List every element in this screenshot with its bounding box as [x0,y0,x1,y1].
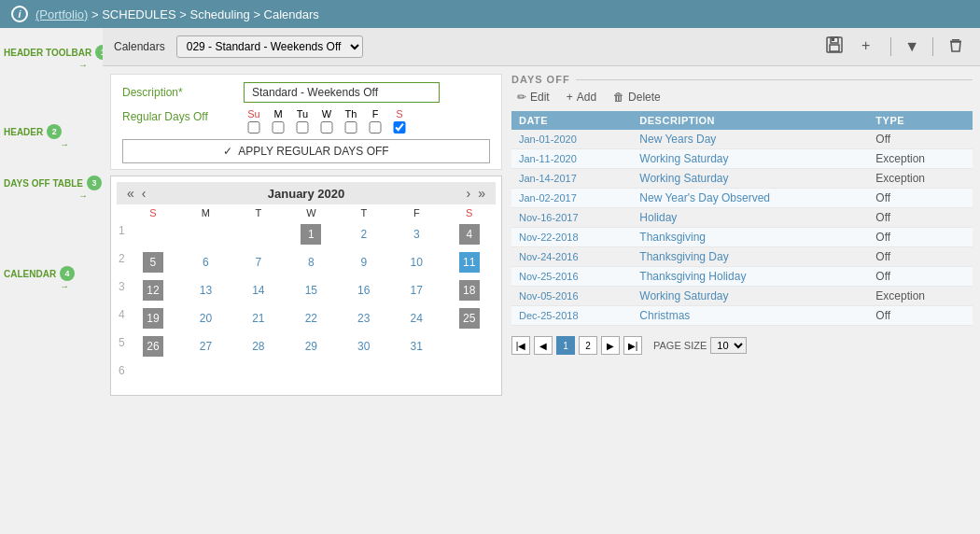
cal-date-20[interactable]: 20 [195,308,216,329]
cb-f[interactable] [365,121,385,134]
cal-date-31[interactable]: 31 [406,336,427,357]
cb-su[interactable] [244,121,264,134]
cal-cell[interactable]: 3 [390,221,442,249]
cal-date-5[interactable]: 5 [143,252,163,273]
cal-cell[interactable]: 11 [443,249,497,277]
table-row[interactable]: Nov-25-2016Thanksgiving HolidayOff [511,267,973,287]
next-page-btn[interactable]: ▶ [601,336,620,355]
cal-date-17[interactable]: 17 [406,280,427,301]
calendar-select[interactable]: 029 - Standard - Weekends Off [176,35,363,58]
next-month-btn[interactable]: › [464,186,474,201]
cal-cell[interactable]: 19 [127,305,179,333]
cb-w[interactable] [316,121,337,134]
add-doff-btn[interactable]: + Add [561,89,602,105]
cal-cell[interactable]: 9 [338,249,390,277]
cal-cell[interactable]: 8 [285,249,337,277]
cal-date-27[interactable]: 27 [195,336,216,357]
table-row[interactable]: Nov-22-2018ThanksgivingOff [511,228,973,247]
cal-date-12[interactable]: 12 [143,280,163,301]
cb-s[interactable] [389,121,410,134]
page-1-btn[interactable]: 1 [556,336,575,355]
cal-cell[interactable]: 15 [285,277,337,305]
cal-date-6[interactable]: 6 [195,252,216,273]
cal-cell[interactable]: 30 [338,333,390,361]
cal-cell[interactable]: 1 [285,221,337,249]
cal-date-30[interactable]: 30 [354,336,374,357]
cal-cell[interactable]: 26 [127,333,179,361]
page-size-select[interactable]: 10 20 50 [710,337,747,354]
delete-doff-btn[interactable]: 🗑 Delete [608,89,666,105]
cal-cell[interactable]: 31 [390,333,442,361]
cb-th[interactable] [341,121,361,134]
table-row[interactable]: Nov-24-2016Thanksgiving DayOff [511,247,973,267]
cal-date-26[interactable]: 26 [143,336,163,357]
last-month-btn[interactable]: » [475,186,488,201]
cal-cell[interactable]: 7 [232,249,285,277]
cal-date-25[interactable]: 25 [459,308,480,329]
cal-date-29[interactable]: 29 [301,336,321,357]
cal-cell[interactable]: 21 [232,305,285,333]
cb-m[interactable] [268,121,288,134]
prev-page-btn[interactable]: ◀ [534,336,553,355]
cal-date-7[interactable]: 7 [248,252,269,273]
delete-button[interactable] [943,34,969,60]
cal-date-13[interactable]: 13 [195,280,216,301]
cal-date-11[interactable]: 11 [459,252,480,273]
prev-month-btn[interactable]: ‹ [139,186,149,201]
table-row[interactable]: Nov-16-2017HolidayOff [511,208,973,228]
cal-cell[interactable]: 14 [232,277,285,305]
cal-date-15[interactable]: 15 [301,280,321,301]
cal-date-16[interactable]: 16 [354,280,374,301]
cal-cell[interactable]: 23 [338,305,390,333]
last-page-btn[interactable]: ▶| [623,336,642,355]
add-button[interactable]: + [855,34,881,60]
cal-date-2[interactable]: 2 [354,224,374,245]
description-input[interactable] [244,82,440,103]
cal-date-3[interactable]: 3 [406,224,427,245]
cal-cell[interactable]: 2 [338,221,390,249]
cal-cell[interactable]: 28 [232,333,285,361]
table-row[interactable]: Jan-01-2020New Years DayOff [511,130,973,149]
cal-cell[interactable]: 20 [179,305,231,333]
cal-date-1[interactable]: 1 [301,224,321,245]
cal-cell[interactable]: 12 [127,277,179,305]
cal-date-14[interactable]: 14 [248,280,269,301]
cal-cell[interactable]: 17 [390,277,442,305]
cal-date-4[interactable]: 4 [459,224,480,245]
cal-cell[interactable]: 27 [179,333,231,361]
table-row[interactable]: Dec-25-2018ChristmasOff [511,306,973,326]
cal-date-9[interactable]: 9 [354,252,374,273]
cal-cell[interactable]: 22 [285,305,337,333]
cal-cell[interactable]: 13 [179,277,231,305]
first-page-btn[interactable]: |◀ [511,336,530,355]
cal-date-8[interactable]: 8 [301,252,321,273]
table-row[interactable]: Jan-02-2017New Year's Day ObservedOff [511,189,973,208]
cal-cell[interactable]: 5 [127,249,179,277]
cal-date-23[interactable]: 23 [354,308,374,329]
cal-date-19[interactable]: 19 [143,308,163,329]
cal-date-22[interactable]: 22 [301,308,321,329]
save-button[interactable] [821,34,847,60]
cal-cell[interactable]: 18 [443,277,497,305]
apply-regular-days-btn[interactable]: ✓ APPLY REGULAR DAYS OFF [122,139,490,163]
cal-date-18[interactable]: 18 [459,280,480,301]
cal-cell[interactable]: 6 [179,249,231,277]
cal-date-10[interactable]: 10 [406,252,427,273]
cal-date-24[interactable]: 24 [406,308,427,329]
first-month-btn[interactable]: « [124,186,137,201]
table-row[interactable]: Nov-05-2016Working SaturdayException [511,287,973,306]
info-icon[interactable]: i [11,6,28,22]
cal-cell[interactable]: 24 [390,305,442,333]
cb-tu[interactable] [292,121,313,134]
cal-cell[interactable]: 4 [443,221,497,249]
cal-date-21[interactable]: 21 [248,308,269,329]
cal-cell[interactable]: 10 [390,249,442,277]
cal-cell[interactable]: 29 [285,333,337,361]
dropdown-button[interactable]: ▼ [901,36,923,57]
cal-cell[interactable]: 16 [338,277,390,305]
table-row[interactable]: Jan-11-2020Working SaturdayException [511,149,973,169]
table-row[interactable]: Jan-14-2017Working SaturdayException [511,169,973,189]
cal-date-28[interactable]: 28 [248,336,269,357]
page-2-btn[interactable]: 2 [579,336,597,355]
portfolio-link[interactable]: (Portfolio) [35,7,88,21]
